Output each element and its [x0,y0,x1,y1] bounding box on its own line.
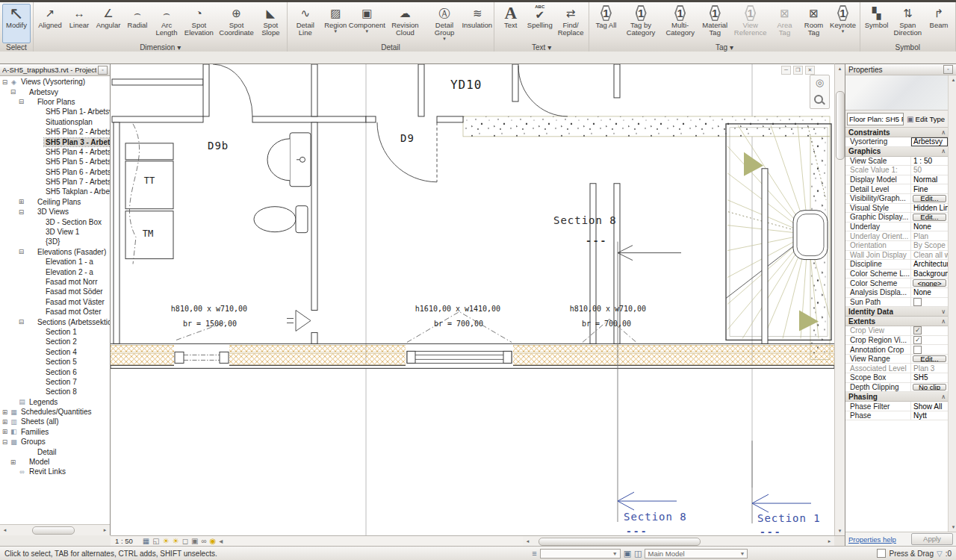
view-minimize-icon[interactable]: ─ [781,66,791,75]
tree-item-label[interactable]: Legends [28,398,59,406]
tree-toggle-icon[interactable] [26,228,33,236]
property-row[interactable]: View Scale 1 : 50 [845,157,948,167]
property-row[interactable]: Orientation By Scope Box [845,241,948,251]
property-value[interactable]: Hidden Line [911,204,948,213]
edit-type-button[interactable]: ▣ Edit Type [905,115,946,123]
tree-toggle-icon[interactable]: ⊟ [10,88,16,96]
tool-dropdown-arrow[interactable]: ▾ [366,29,369,34]
ribbon-tool[interactable]: ⌢ Arc Length [152,4,181,43]
tool-dropdown-arrow[interactable]: ▾ [842,29,845,34]
tree-item-label[interactable]: Views (Vysortering) [19,78,87,86]
tree-item-label[interactable]: Section 8 [44,388,78,396]
ribbon-tool[interactable]: ∿ Detail Line [290,4,320,43]
property-row[interactable]: Phasing ∧ [845,392,948,402]
scale-indicator[interactable]: 1 : 50 [115,537,133,545]
property-value[interactable]: Show All [911,402,948,411]
section-chevron-icon[interactable]: ∨ [941,308,946,315]
tree-item-label[interactable]: SH5 Plan 2 - Arbetsvy [44,128,110,136]
property-row[interactable]: Depth Clipping No clip [845,383,948,393]
tag-tm[interactable]: TM [143,228,153,239]
scroll-up-icon[interactable]: ▴ [949,75,956,84]
tree-toggle-icon[interactable] [26,178,33,186]
tree-item-label[interactable]: SH5 Plan 1- Arbetsvy [44,108,110,116]
tree-toggle-icon[interactable] [10,398,16,405]
property-row[interactable]: Associated Level Plan 3 [845,364,948,373]
tree-item-label[interactable]: Sheets (all) [19,417,60,426]
door-direction-symbol[interactable] [296,310,311,331]
ribbon-tool[interactable]: 1 View Reference [731,4,770,43]
scroll-right-icon[interactable]: ▸ [825,537,834,546]
view-control-icon[interactable]: ◻ [182,537,188,546]
worksets-icon[interactable]: ≡ [532,549,536,558]
tree-item[interactable]: Fasad mot Öster [0,307,110,317]
tree-item[interactable]: SH5 Plan 3 - Arbetsvy [0,137,110,146]
tree-item[interactable]: Section 8 [0,387,110,396]
tree-toggle-icon[interactable]: ⊞ [1,408,8,416]
window-1[interactable] [174,322,229,367]
tree-item-label[interactable]: Model [28,458,51,466]
tree-item[interactable]: SH5 Plan 7 - Arbetsvy [0,177,110,187]
tree-item-label[interactable]: Groups [19,438,47,446]
view-control-icon[interactable]: ◂ [219,537,223,546]
tree-item-label[interactable]: Families [19,428,50,436]
filter-icon[interactable]: ▽ [937,550,943,558]
view-control-icon[interactable]: ∞ [201,537,206,546]
tree-toggle-icon[interactable]: ⊞ [18,198,25,205]
tree-toggle-icon[interactable] [26,288,33,296]
chevron-down-icon[interactable]: ▼ [612,551,618,556]
type-selector[interactable]: Floor Plan: SH5 Plan ▼ [847,113,904,125]
property-value[interactable]: Fine [911,184,948,193]
property-value[interactable]: Background [911,270,948,279]
apply-button[interactable]: Apply [911,533,953,545]
tree-item-label[interactable]: Ceiling Plans [36,198,82,206]
property-row[interactable]: Analysis Displa... None [845,288,948,298]
property-value[interactable]: Architectural [911,260,948,269]
scrollbar-thumb[interactable] [836,91,845,160]
ribbon-tool[interactable]: ⊠ Area Tag [771,4,799,43]
tree-item-label[interactable]: Section 7 [44,378,78,386]
property-value[interactable] [911,326,948,335]
tree-item-label[interactable]: SH5 Plan 3 - Arbetsvy [44,138,110,146]
tree-toggle-icon[interactable] [26,279,33,286]
property-row[interactable]: View Range Edit... [845,355,948,364]
ribbon-tool[interactable]: ⇅ Span Direction [892,4,924,43]
tree-item-label[interactable]: SH5 Plan 4 - Arbetsvy [44,148,110,156]
tree-item[interactable]: Section 4 [0,347,110,357]
view-control-icon[interactable]: ▣ [191,537,198,546]
tree-toggle-icon[interactable] [26,158,33,166]
tree-item-label[interactable]: Floor Plans [36,98,77,106]
property-row[interactable]: Detail Level Fine [845,184,948,194]
tree-item[interactable]: Fasad mot Väster [0,297,110,307]
ribbon-tool[interactable]: A Text [497,4,525,43]
project-browser-hscrollbar[interactable]: ◂ ▸ [0,524,110,535]
tag-tt[interactable]: TT [144,175,155,186]
canvas-hscrollbar[interactable]: ◂ ▸ [523,535,834,546]
scroll-down-icon[interactable]: ▾ [835,526,845,535]
tree-item[interactable]: Section 2 [0,337,110,346]
walls[interactable] [112,64,768,343]
property-value[interactable]: Normal [911,175,948,184]
scrollbar-thumb[interactable] [32,526,74,535]
property-row[interactable]: Crop Region Vi... [845,336,948,346]
tree-item[interactable]: ⊞ ▦ Schedules/Quantities [0,407,110,417]
tree-toggle-icon[interactable] [26,368,33,376]
property-row[interactable]: Visibility/Graph... Edit... [845,194,948,204]
tree-item-label[interactable]: Section 5 [44,358,78,366]
tree-item[interactable]: ⊟ Elevations (Fasader) [0,247,110,257]
property-row[interactable]: Graphics ∧ [845,147,948,157]
property-row[interactable]: Identity Data ∨ [845,307,948,317]
tree-item[interactable]: ⊞ ▥ Sheets (all) [0,417,110,426]
tool-dropdown-arrow[interactable]: ▾ [443,37,446,41]
scroll-right-icon[interactable]: ▸ [100,526,110,535]
tree-toggle-icon[interactable] [26,258,33,266]
tool-dropdown-arrow[interactable]: ▾ [334,29,337,34]
scrollbar-track[interactable] [949,84,956,523]
tree-toggle-icon[interactable]: ⊟ [18,248,25,255]
tree-item[interactable]: Section 5 [0,357,110,367]
dim-2-width[interactable]: br = 700,00 [434,320,483,328]
property-row[interactable]: Constraints ∧ [845,128,948,137]
section-8-cut[interactable] [618,242,681,522]
ribbon-tool[interactable]: ◣ Spot Slope [256,4,285,43]
property-value[interactable]: Clean all wall ... [911,251,948,260]
property-row[interactable]: Scale Value 1: 50 [845,166,948,175]
